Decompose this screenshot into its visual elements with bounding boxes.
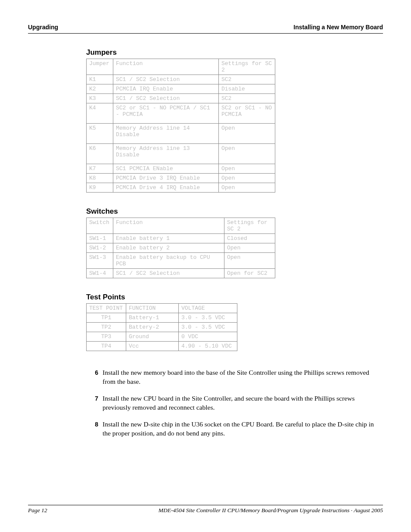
table-cell: SC2 [219,75,275,84]
table-cell: PCMCIA Drive 4 IRQ Enable [113,183,219,193]
table-cell: K9 [87,183,113,193]
table-cell: Memory Address line 13 Disable [113,144,219,164]
table-cell: TP1 [87,313,126,323]
step-number: 6 [86,368,103,386]
table-cell: SC1 / SC2 Selection [113,269,224,278]
table-cell: Enable battery 1 [113,234,224,243]
step-text: Install the new CPU board in the Site Co… [103,394,383,412]
table-cell: SW1-3 [87,253,113,269]
table-header-cell: TEST POINT [87,304,126,313]
table-row: K2PCMCIA IRQ EnableDisable [87,84,275,94]
table-cell: Open [219,144,275,164]
table-cell: TP3 [87,332,126,342]
table-cell: Open [219,183,275,193]
table-cell: 0 VDC [179,332,237,342]
table-row: TP3Ground0 VDC [87,332,237,342]
table-cell: Enable battery 2 [113,243,224,253]
table-cell: 3.0 - 3.5 VDC [179,323,237,332]
table-cell: K5 [87,124,113,144]
table-cell: SW1-2 [87,243,113,253]
table-cell: SC2 [219,94,275,103]
table-header-row: JumperFunctionSettings for SC 2 [87,59,275,75]
table-cell: K2 [87,84,113,94]
table-cell: 3.0 - 3.5 VDC [179,313,237,323]
table-cell: PCMCIA IRQ Enable [113,84,219,94]
table-cell: SC2 or SC1 - NO PCMCIA / SC1 - PCMCIA [113,103,219,124]
testpoints-table: TEST POINTFUNCTIONVOLTAGE TP1Battery-13.… [86,303,237,351]
table-row: SW1-1Enable battery 1Closed [87,234,275,243]
table-cell: PCMCIA Drive 3 IRQ Enable [113,174,219,183]
table-cell: 4.90 - 5.10 VDC [179,342,237,351]
table-cell: K6 [87,144,113,164]
running-header: Upgrading Installing a New Memory Board [28,24,383,34]
table-cell: SC1 PCMCIA ENable [113,164,219,174]
header-left: Upgrading [28,24,58,31]
table-cell: Open [224,253,275,269]
table-cell: K4 [87,103,113,124]
table-cell: SW1-1 [87,234,113,243]
table-cell: Battery-1 [126,313,179,323]
switches-table: SwitchFunctionSettings for SC 2 SW1-1Ena… [86,218,275,278]
table-header-cell: Jumper [87,59,113,75]
table-row: K8PCMCIA Drive 3 IRQ EnableOpen [87,174,275,183]
table-cell: Open [224,243,275,253]
table-cell: TP2 [87,323,126,332]
table-cell: Open for SC2 [224,269,275,278]
table-row: SW1-2Enable battery 2Open [87,243,275,253]
running-footer: Page 12 MDE-4504 Site Controller II CPU/… [28,505,383,514]
table-header-cell: Settings for SC 2 [224,218,275,234]
instruction-step: 6Install the new memory board into the b… [86,368,383,386]
step-text: Install the new D-site chip in the U36 s… [103,420,383,438]
table-cell: Closed [224,234,275,243]
content-area: Jumpers JumperFunctionSettings for SC 2 … [28,48,383,438]
step-number: 8 [86,420,103,438]
step-number: 7 [86,394,103,412]
table-header-row: SwitchFunctionSettings for SC 2 [87,218,275,234]
table-row: K1SC1 / SC2 SelectionSC2 [87,75,275,84]
jumpers-table: JumperFunctionSettings for SC 2 K1SC1 / … [86,59,275,193]
table-cell: K3 [87,94,113,103]
table-cell: Open [219,174,275,183]
footer-doc-title: MDE-4504 Site Controller II CPU/Memory B… [159,507,383,514]
table-cell: SC1 / SC2 Selection [113,94,219,103]
table-row: TP2Battery-23.0 - 3.5 VDC [87,323,237,332]
table-cell: Open [219,124,275,144]
table-cell: Vcc [126,342,179,351]
table-cell: K8 [87,174,113,183]
table-row: TP1Battery-13.0 - 3.5 VDC [87,313,237,323]
table-cell: Memory Address line 14 Disable [113,124,219,144]
page: Upgrading Installing a New Memory Board … [0,0,411,532]
table-cell: Disable [219,84,275,94]
table-header-cell: Switch [87,218,113,234]
header-right: Installing a New Memory Board [293,24,383,31]
table-row: K4SC2 or SC1 - NO PCMCIA / SC1 - PCMCIAS… [87,103,275,124]
table-cell: K7 [87,164,113,174]
table-header-cell: Function [113,218,224,234]
table-row: K3SC1 / SC2 SelectionSC2 [87,94,275,103]
table-cell: SC2 or SC1 - NO PCMCIA [219,103,275,124]
table-cell: Battery-2 [126,323,179,332]
table-cell: Enable battery backup to CPU PCB [113,253,224,269]
table-cell: SC1 / SC2 Selection [113,75,219,84]
table-cell: Ground [126,332,179,342]
section-title-switches: Switches [86,207,383,216]
table-cell: TP4 [87,342,126,351]
footer-page-number: Page 12 [28,507,47,514]
section-title-testpoints: Test Points [86,293,383,302]
table-row: K6Memory Address line 13 DisableOpen [87,144,275,164]
table-header-row: TEST POINTFUNCTIONVOLTAGE [87,304,237,313]
section-title-jumpers: Jumpers [86,48,383,57]
table-header-cell: Function [113,59,219,75]
table-header-cell: Settings for SC 2 [219,59,275,75]
table-row: TP4Vcc4.90 - 5.10 VDC [87,342,237,351]
table-header-cell: VOLTAGE [179,304,237,313]
table-row: SW1-4SC1 / SC2 SelectionOpen for SC2 [87,269,275,278]
table-row: K5Memory Address line 14 DisableOpen [87,124,275,144]
instruction-steps: 6Install the new memory board into the b… [86,368,383,438]
table-row: SW1-3Enable battery backup to CPU PCBOpe… [87,253,275,269]
instruction-step: 8Install the new D-site chip in the U36 … [86,420,383,438]
table-cell: SW1-4 [87,269,113,278]
table-cell: K1 [87,75,113,84]
table-header-cell: FUNCTION [126,304,179,313]
step-text: Install the new memory board into the ba… [103,368,383,386]
